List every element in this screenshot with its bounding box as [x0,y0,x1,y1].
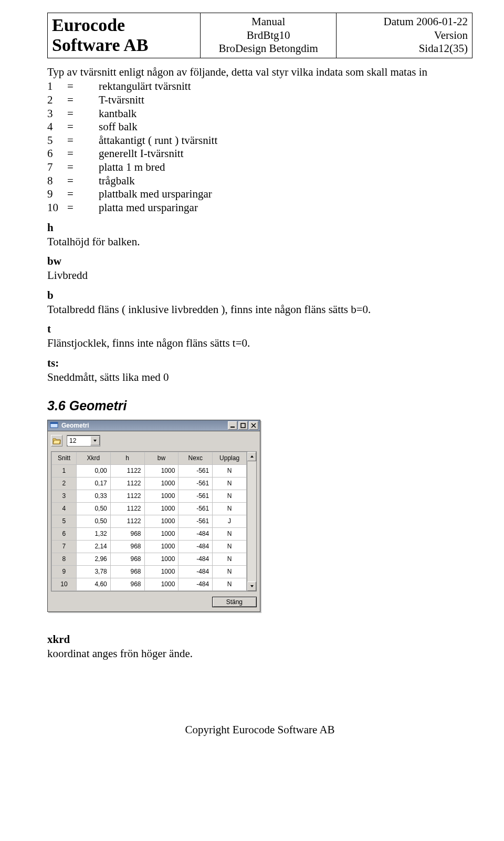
cell-nexc[interactable]: -561 [178,490,213,502]
cell-nexc[interactable]: -484 [178,540,213,553]
titlebar-buttons [228,421,258,430]
cell-nexc[interactable]: -484 [178,565,213,578]
cell-upplag[interactable]: N [213,464,247,477]
cell-h[interactable]: 968 [110,553,144,565]
cell-snitt[interactable]: 6 [52,527,77,540]
cell-bw[interactable]: 1000 [144,515,178,527]
table-row[interactable]: 40,5011221000-561N [52,502,247,515]
cell-snitt[interactable]: 9 [52,565,77,578]
table-row[interactable]: 72,149681000-484N [52,540,247,553]
def-num: 5 [47,134,67,148]
window-titlebar[interactable]: Geometri [47,420,260,431]
cell-h[interactable]: 968 [110,578,144,590]
col-snitt[interactable]: Snitt [52,452,77,464]
cell-h[interactable]: 968 [110,527,144,540]
cell-xkrd[interactable]: 0,17 [76,477,110,490]
cell-upplag[interactable]: N [213,527,247,540]
cell-bw[interactable]: 1000 [144,502,178,515]
cell-xkrd[interactable]: 0,00 [76,464,110,477]
count-input[interactable] [67,436,90,445]
cell-bw[interactable]: 1000 [144,578,178,590]
cell-nexc[interactable]: -561 [178,502,213,515]
cell-upplag[interactable]: N [213,477,247,490]
cell-snitt[interactable]: 10 [52,578,77,590]
minimize-button[interactable] [228,421,237,430]
table-row[interactable]: 82,969681000-484N [52,553,247,565]
cell-h[interactable]: 1122 [110,502,144,515]
cell-upplag[interactable]: N [213,578,247,590]
cell-h[interactable]: 968 [110,540,144,553]
def-text: platta 1 m bred [99,161,165,174]
cell-upplag[interactable]: N [213,490,247,502]
col-nexc[interactable]: Nexc [178,452,213,464]
cell-xkrd[interactable]: 0,50 [76,515,110,527]
count-combo[interactable] [67,435,100,447]
cell-snitt[interactable]: 5 [52,515,77,527]
cell-bw[interactable]: 1000 [144,553,178,565]
table-row[interactable]: 10,0011221000-561N [52,464,247,477]
col-upplag[interactable]: Upplag [213,452,247,464]
cell-upplag[interactable]: J [213,515,247,527]
combo-dropdown-button[interactable] [90,436,100,445]
cell-upplag[interactable]: N [213,553,247,565]
cell-bw[interactable]: 1000 [144,490,178,502]
cell-bw[interactable]: 1000 [144,565,178,578]
cell-h[interactable]: 1122 [110,490,144,502]
close-button[interactable]: Stäng [212,597,257,607]
cell-h[interactable]: 1122 [110,515,144,527]
cell-xkrd[interactable]: 0,50 [76,502,110,515]
cell-nexc[interactable]: -561 [178,515,213,527]
table-row[interactable]: 61,329681000-484N [52,527,247,540]
cell-nexc[interactable]: -484 [178,578,213,590]
table-row[interactable]: 30,3311221000-561N [52,490,247,502]
header-right: Datum 2006-01-22 Version Sida12(35) [337,13,472,58]
cell-snitt[interactable]: 4 [52,502,77,515]
scroll-track[interactable] [247,461,256,582]
cell-xkrd[interactable]: 2,96 [76,553,110,565]
cell-h[interactable]: 1122 [110,464,144,477]
def-num: 2 [47,94,67,107]
cell-snitt[interactable]: 3 [52,490,77,502]
cell-bw[interactable]: 1000 [144,477,178,490]
table-row[interactable]: 104,609681000-484N [52,578,247,590]
term-xkrd: xkrd [47,633,472,646]
cell-nexc[interactable]: -484 [178,527,213,540]
company-line2: Software AB [52,35,196,55]
table-row[interactable]: 50,5011221000-561J [52,515,247,527]
col-xkrd[interactable]: Xkrd [76,452,110,464]
col-h[interactable]: h [110,452,144,464]
cell-xkrd[interactable]: 2,14 [76,540,110,553]
app-icon [50,421,59,430]
cell-xkrd[interactable]: 4,60 [76,578,110,590]
open-button[interactable] [51,435,62,447]
cell-nexc[interactable]: -561 [178,477,213,490]
col-bw[interactable]: bw [144,452,178,464]
cell-snitt[interactable]: 1 [52,464,77,477]
cell-bw[interactable]: 1000 [144,464,178,477]
cell-h[interactable]: 968 [110,565,144,578]
cell-upplag[interactable]: N [213,502,247,515]
close-window-button[interactable] [249,421,258,430]
cell-xkrd[interactable]: 0,33 [76,490,110,502]
cell-nexc[interactable]: -561 [178,464,213,477]
scroll-down-button[interactable] [247,582,256,591]
vertical-scrollbar[interactable] [247,452,256,591]
cell-snitt[interactable]: 8 [52,553,77,565]
cell-upplag[interactable]: N [213,565,247,578]
desc-ts: Sneddmått, sätts lika med 0 [47,371,472,385]
scroll-up-button[interactable] [247,452,256,461]
cell-bw[interactable]: 1000 [144,540,178,553]
maximize-button[interactable] [238,421,248,430]
definition-row: 4=soff balk [47,120,472,134]
geometri-grid[interactable]: Snitt Xkrd h bw Nexc Upplag 10,001122100… [51,452,247,591]
table-row[interactable]: 93,789681000-484N [52,565,247,578]
table-row[interactable]: 20,1711221000-561N [52,477,247,490]
cell-bw[interactable]: 1000 [144,527,178,540]
cell-h[interactable]: 1122 [110,477,144,490]
cell-snitt[interactable]: 7 [52,540,77,553]
cell-nexc[interactable]: -484 [178,553,213,565]
cell-snitt[interactable]: 2 [52,477,77,490]
cell-xkrd[interactable]: 1,32 [76,527,110,540]
cell-xkrd[interactable]: 3,78 [76,565,110,578]
cell-upplag[interactable]: N [213,540,247,553]
